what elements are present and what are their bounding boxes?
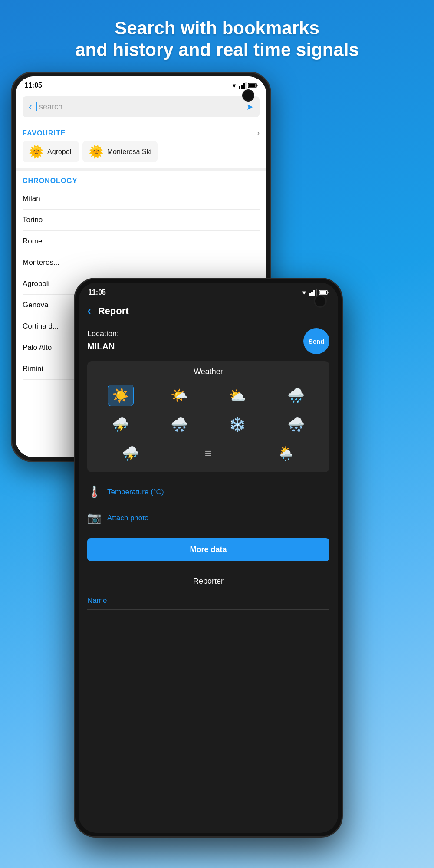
photo-input[interactable]: Attach photo — [107, 514, 148, 523]
weather-thunder-rain[interactable]: ⛈️ — [108, 414, 134, 435]
report-title: Report — [98, 306, 129, 317]
weather-snow-heavy[interactable]: ❄️ — [224, 414, 250, 435]
chron-item-rome[interactable]: Rome — [23, 231, 260, 252]
partly-cloudy-icon: 🌤️ — [171, 387, 188, 404]
weather-drizzle[interactable]: 🌦️ — [273, 443, 299, 464]
battery-icon-back — [248, 83, 258, 88]
signal-icon-back — [239, 82, 247, 89]
monterosa-emoji: 🌞 — [89, 145, 104, 159]
svg-rect-6 — [249, 84, 256, 87]
favourite-label: FAVOURITE — [23, 129, 66, 137]
thunder-rain-icon: ⛈️ — [112, 416, 129, 433]
chronology-label: CHRONOLOGY — [23, 177, 77, 184]
header-title-text: Search with bookmarks and history and re… — [75, 18, 359, 60]
svg-rect-1 — [241, 85, 243, 89]
svg-rect-10 — [316, 289, 317, 296]
reporter-name-row[interactable]: Name — [87, 592, 329, 610]
search-location-icon[interactable]: ➤ — [246, 102, 253, 112]
sunny-icon: ☀️ — [112, 387, 129, 404]
search-area: ‹ search ➤ — [16, 93, 266, 122]
weather-sleet[interactable]: 🌨️ — [283, 414, 309, 435]
weather-cloudy[interactable]: ⛅ — [224, 385, 250, 406]
report-back-button[interactable]: ‹ — [87, 304, 91, 318]
svg-rect-8 — [311, 292, 313, 296]
search-input-container[interactable]: search — [36, 102, 242, 112]
weather-rainy[interactable]: 🌧️ — [283, 385, 309, 406]
camera-front — [314, 295, 327, 308]
favourite-items: 🌞 Agropoli 🌞 Monterosa Ski — [23, 141, 260, 168]
cloudy-icon: ⛅ — [229, 387, 246, 404]
header-title: Search with bookmarks and history and re… — [0, 0, 434, 74]
fog-icon: ≡ — [205, 447, 212, 460]
reporter-name-input[interactable]: Name — [87, 596, 107, 605]
photo-row[interactable]: 📷 Attach photo — [87, 505, 329, 531]
svg-rect-13 — [320, 291, 326, 294]
weather-partly-cloudy[interactable]: 🌤️ — [166, 385, 192, 406]
location-name: MILAN — [87, 340, 119, 353]
more-data-button[interactable]: More data — [87, 538, 329, 561]
chron-item-torino[interactable]: Torino — [23, 210, 260, 231]
weather-label: Weather — [87, 361, 329, 381]
wifi-icon-back: ▼ — [231, 82, 237, 89]
location-info: Location: MILAN — [87, 328, 119, 353]
svg-rect-5 — [257, 85, 258, 86]
sleet-icon: 🌨️ — [287, 416, 305, 433]
wifi-icon-front: ▼ — [301, 289, 307, 296]
drizzle-icon: 🌦️ — [277, 445, 295, 462]
favourite-arrow[interactable]: › — [257, 128, 260, 138]
agropoli-name: Agropoli — [47, 148, 73, 156]
weather-row-1: ☀️ 🌤️ ⛅ 🌧️ — [92, 381, 325, 410]
search-cursor — [36, 102, 37, 111]
rainy-icon: 🌧️ — [287, 387, 305, 404]
status-time-front: 11:05 — [88, 289, 106, 296]
weather-row-2: ⛈️ 🌨️ ❄️ 🌨️ — [92, 410, 325, 439]
status-time-back: 11:05 — [24, 82, 42, 89]
weather-fog[interactable]: ≡ — [195, 443, 221, 464]
weather-section: Weather ☀️ 🌤️ ⛅ — [87, 361, 329, 472]
status-bar-back: 11:05 ▼ — [16, 76, 266, 93]
search-input[interactable]: search — [39, 102, 62, 112]
chron-item-monteros[interactable]: Monteros... — [23, 252, 260, 273]
temperature-row[interactable]: 🌡️ Temperature (°C) — [87, 479, 329, 505]
svg-rect-9 — [313, 290, 315, 296]
report-header: ‹ Report — [79, 300, 338, 324]
snow-heavy-icon: ❄️ — [229, 416, 246, 433]
favourite-header: FAVOURITE › — [23, 124, 260, 141]
signal-icon-front — [309, 289, 317, 296]
status-icons-back: ▼ — [231, 82, 258, 89]
favourite-item-agropoli[interactable]: 🌞 Agropoli — [23, 141, 79, 162]
reporter-section: Reporter Name — [87, 568, 329, 614]
thunder-storm-icon: ⛈️ — [122, 445, 139, 462]
chronology-header: CHRONOLOGY — [23, 171, 260, 188]
weather-snow-light[interactable]: 🌨️ — [166, 414, 192, 435]
location-label: Location: — [87, 328, 119, 340]
favourite-section: FAVOURITE › 🌞 Agropoli 🌞 Monterosa Ski — [16, 124, 266, 168]
svg-rect-12 — [328, 292, 329, 293]
svg-rect-7 — [309, 293, 311, 296]
svg-rect-2 — [243, 83, 245, 89]
temperature-input[interactable]: Temperature (°C) — [107, 488, 164, 496]
send-button[interactable]: Send — [303, 328, 329, 354]
status-bar-front: 11:05 ▼ — [79, 283, 338, 300]
search-bar[interactable]: ‹ search ➤ — [23, 96, 260, 117]
weather-row-3: ⛈️ ≡ 🌦️ — [92, 439, 325, 468]
location-row: Location: MILAN Send — [87, 324, 329, 361]
monterosa-name: Monterosa Ski — [107, 148, 151, 156]
weather-sunny[interactable]: ☀️ — [108, 385, 134, 406]
camera-icon: 📷 — [87, 511, 101, 525]
reporter-label: Reporter — [87, 572, 329, 592]
status-icons-front: ▼ — [301, 289, 329, 296]
camera-back — [242, 89, 254, 102]
weather-thunder-storm[interactable]: ⛈️ — [118, 443, 144, 464]
chron-item-milan[interactable]: Milan — [23, 188, 260, 210]
phone-front: 11:05 ▼ — [74, 278, 343, 838]
weather-grid: ☀️ 🌤️ ⛅ 🌧️ — [87, 381, 329, 472]
section-divider — [16, 168, 266, 171]
report-body: Location: MILAN Send Weather ☀️ — [79, 324, 338, 614]
svg-rect-3 — [245, 82, 247, 89]
snow-light-icon: 🌨️ — [171, 416, 188, 433]
favourite-item-monterosa[interactable]: 🌞 Monterosa Ski — [82, 141, 158, 162]
search-back-icon[interactable]: ‹ — [29, 101, 32, 113]
svg-rect-0 — [239, 86, 240, 89]
agropoli-emoji: 🌞 — [29, 145, 44, 159]
